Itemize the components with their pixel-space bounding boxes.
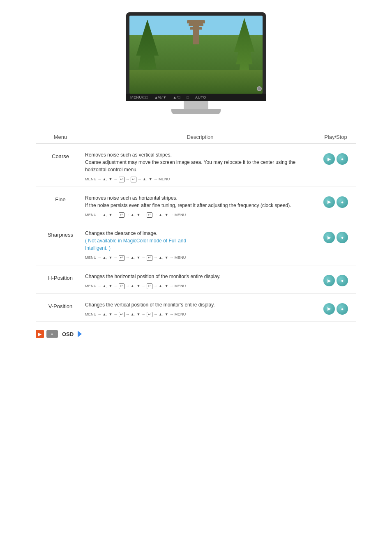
path-hposition: MENU → ▲, ▼ → ↵ → ▲, ▼ → ↵ → ▲, ▼ → MENU bbox=[85, 283, 307, 289]
desc-vposition: Changes the vertical position of the mon… bbox=[85, 301, 315, 318]
controls-vposition: ▶ ● bbox=[315, 301, 356, 315]
menu-label: MENU/□□ bbox=[130, 95, 148, 99]
nav-play-btn[interactable]: ▶ bbox=[36, 330, 44, 338]
stop-btn-coarse[interactable]: ● bbox=[337, 153, 348, 165]
sharpness-highlight: ( Not available in MagicColor mode of Fu… bbox=[85, 238, 186, 251]
stop-btn-sharpness[interactable]: ● bbox=[337, 232, 348, 243]
monitor-screen bbox=[129, 16, 263, 94]
menu-item-hposition: H-Position bbox=[36, 273, 85, 281]
desc-hposition: Changes the horizontal position of the m… bbox=[85, 273, 315, 289]
power-indicator bbox=[257, 86, 262, 91]
path-fine: MENU → ▲, ▼ → ↵ → ▲, ▼ → ↵ → ▲, ▼ → MENU bbox=[85, 212, 307, 218]
monitor-stand bbox=[126, 101, 266, 114]
play-btn-coarse[interactable]: ▶ bbox=[323, 153, 335, 165]
desc-sharpness: Changes the clearance of image. ( Not av… bbox=[85, 230, 315, 261]
table-row-sharpness: Sharpness Changes the clearance of image… bbox=[36, 222, 356, 265]
header-playstop: Play/Stop bbox=[315, 134, 356, 140]
controls-fine: ▶ ● bbox=[315, 194, 356, 208]
auto-label: AUTO bbox=[195, 95, 206, 99]
controls-sharpness: ▶ ● bbox=[315, 230, 356, 243]
menu-item-vposition: V-Position bbox=[36, 301, 85, 309]
controls-hposition: ▶ ● bbox=[315, 273, 356, 286]
stop-btn-vposition[interactable]: ● bbox=[337, 303, 348, 315]
nav-square-btn[interactable]: ■ bbox=[46, 330, 58, 338]
desc-fine: Removes noise such as horizontal stripes… bbox=[85, 194, 315, 218]
path-coarse: MENU → ▲, ▼ → ↵ → ↵ → ▲, ▼ → MENU bbox=[85, 177, 307, 182]
adjust-label: ▲%/▼ bbox=[154, 95, 166, 99]
desc-coarse: Removes noise such as vertical stripes. … bbox=[85, 151, 315, 182]
nav-arrow-btn[interactable] bbox=[78, 331, 82, 337]
menu-item-sharpness: Sharpness bbox=[36, 230, 85, 238]
position-label: ▲/□ bbox=[173, 95, 180, 99]
table-header: Menu Description Play/Stop bbox=[36, 131, 356, 144]
source-label: □ bbox=[187, 95, 189, 99]
garden-scene bbox=[129, 16, 263, 94]
play-btn-fine[interactable]: ▶ bbox=[323, 196, 335, 208]
menu-item-fine: Fine bbox=[36, 194, 85, 203]
menu-item-coarse: Coarse bbox=[36, 151, 85, 159]
table-row-hposition: H-Position Changes the horizontal positi… bbox=[36, 265, 356, 294]
stop-btn-fine[interactable]: ● bbox=[337, 196, 348, 208]
table-row-coarse: Coarse Removes noise such as vertical st… bbox=[36, 144, 356, 187]
play-btn-sharpness[interactable]: ▶ bbox=[323, 232, 335, 243]
monitor-body bbox=[126, 12, 266, 94]
path-vposition: MENU → ▲, ▼ → ↵ → ▲, ▼ → ↵ → ▲, ▼ → MENU bbox=[85, 312, 307, 318]
osd-label: OSD bbox=[62, 331, 74, 337]
table-row-vposition: V-Position Changes the vertical position… bbox=[36, 294, 356, 322]
path-sharpness: MENU → ▲, ▼ → ↵ → ▲, ▼ → ↵ → ▲, ▼ → MENU bbox=[85, 255, 307, 261]
table-row-fine: Fine Removes noise such as horizontal st… bbox=[36, 187, 356, 223]
monitor-illustration: MENU/□□ ▲%/▼ ▲/□ □ AUTO bbox=[126, 12, 266, 114]
header-description: Description bbox=[85, 134, 315, 140]
bottom-navigation: ▶ ■ OSD bbox=[36, 330, 356, 338]
play-btn-vposition[interactable]: ▶ bbox=[323, 303, 335, 315]
stop-btn-hposition[interactable]: ● bbox=[337, 275, 348, 286]
controls-coarse: ▶ ● bbox=[315, 151, 356, 165]
content-area: Menu Description Play/Stop Coarse Remove… bbox=[36, 131, 356, 322]
play-btn-hposition[interactable]: ▶ bbox=[323, 275, 335, 286]
header-menu: Menu bbox=[36, 134, 85, 140]
monitor-bottom-bar: MENU/□□ ▲%/▼ ▲/□ □ AUTO bbox=[126, 94, 266, 101]
